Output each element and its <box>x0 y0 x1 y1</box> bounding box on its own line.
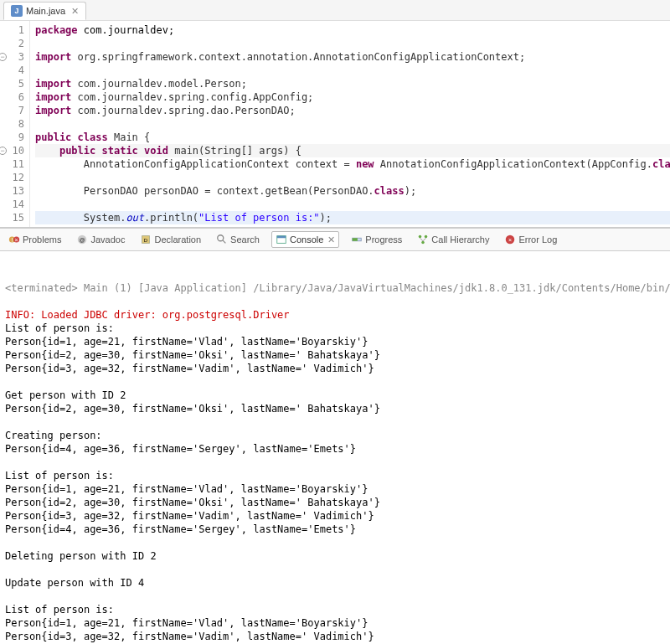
search-icon <box>216 234 228 245</box>
views-tab-bar: !×Problems@JavadocDDeclarationSearchCons… <box>0 228 670 251</box>
view-tab-label: Javadoc <box>90 234 125 245</box>
svg-text:!: ! <box>11 237 13 243</box>
declaration-icon: D <box>140 234 152 245</box>
console-line: Person{id=1, age=21, firstName='Vlad', l… <box>5 482 665 496</box>
view-tab-label: Declaration <box>154 234 201 245</box>
code-line[interactable]: package com.journaldev; <box>35 23 670 37</box>
code-line[interactable] <box>35 198 670 211</box>
code-line[interactable]: PersonDAO personDAO = context.getBean(Pe… <box>35 184 670 198</box>
code-line[interactable]: import org.springframework.context.annot… <box>35 50 670 64</box>
problems-icon: !× <box>8 234 20 245</box>
java-file-icon: J <box>11 5 23 17</box>
gutter-line: 12 <box>0 171 24 184</box>
code-line[interactable]: AnnotationConfigApplicationContext conte… <box>35 157 670 171</box>
view-tab-label: Call Hierarchy <box>431 234 489 245</box>
console-line: INFO: Loaded JDBC driver: org.postgresql… <box>5 308 665 322</box>
console-line: Person{id=2, age=30, firstName='Oksi', l… <box>5 496 665 509</box>
view-tab-callhier[interactable]: Call Hierarchy <box>414 232 492 247</box>
fold-marker-icon[interactable]: – <box>0 53 7 61</box>
console-line <box>5 563 665 576</box>
svg-text:×: × <box>15 237 18 243</box>
console-line: List of person is: <box>5 603 665 616</box>
code-line[interactable] <box>35 117 670 131</box>
console-line: Person{id=3, age=32, firstName='Vadim', … <box>5 362 665 375</box>
console-line: Person{id=2, age=30, firstName='Oksi', l… <box>5 348 665 362</box>
svg-point-14 <box>419 235 422 239</box>
console-terminated-line: <terminated> Main (1) [Java Application]… <box>5 281 665 295</box>
console-line: Person{id=3, age=32, firstName='Vadim', … <box>5 509 665 523</box>
svg-line-9 <box>223 240 226 244</box>
console-line: Person{id=2, age=30, firstName='Oksi', l… <box>5 402 665 415</box>
gutter-line: 4 <box>0 64 24 77</box>
editor-tab-label: Main.java <box>26 6 65 16</box>
console-line: Person{id=4, age=36, firstName='Sergey',… <box>5 523 665 536</box>
code-line[interactable]: import com.journaldev.spring.config.AppC… <box>35 90 670 104</box>
code-line[interactable] <box>35 37 670 50</box>
error-log-icon: × <box>504 234 516 245</box>
editor-tab-bar: J Main.java ✕ <box>0 0 670 21</box>
gutter-line: 7 <box>0 104 24 117</box>
gutter-line: 11 <box>0 157 24 171</box>
gutter-line: 8 <box>0 117 24 131</box>
view-tab-errorlog[interactable]: ×Error Log <box>501 232 560 247</box>
code-line[interactable]: public class Main { <box>35 131 670 144</box>
code-editor[interactable]: 123–45678910–1112131415 package com.jour… <box>0 21 670 227</box>
gutter-line: 1 <box>0 23 24 37</box>
code-line[interactable] <box>35 64 670 77</box>
gutter-line: 3– <box>0 50 24 64</box>
view-tab-search[interactable]: Search <box>213 232 263 247</box>
view-tab-label: Problems <box>23 234 61 245</box>
gutter-line: 6 <box>0 90 24 104</box>
code-line[interactable]: import com.journaldev.model.Person; <box>35 77 670 90</box>
svg-point-16 <box>422 241 425 245</box>
code-line[interactable] <box>35 171 670 184</box>
gutter-line: 14 <box>0 198 24 211</box>
console-line <box>5 590 665 603</box>
code-line[interactable]: public static void main(String[] args) { <box>35 144 670 157</box>
close-icon[interactable]: ✕ <box>327 234 335 245</box>
console-line: Person{id=1, age=21, firstName='Vlad', l… <box>5 335 665 348</box>
line-gutter: 123–45678910–1112131415 <box>0 21 30 227</box>
gutter-line: 5 <box>0 77 24 90</box>
view-tab-declaration[interactable]: DDeclaration <box>137 232 204 247</box>
console-icon <box>276 234 287 245</box>
console-line: Creating person: <box>5 429 665 442</box>
gutter-line: 2 <box>0 37 24 50</box>
gutter-line: 10– <box>0 144 24 157</box>
console-line <box>5 456 665 469</box>
svg-rect-13 <box>353 238 358 241</box>
code-line[interactable]: import com.journaldev.spring.dao.PersonD… <box>35 104 670 117</box>
console-line: List of person is: <box>5 322 665 335</box>
console-output[interactable]: <terminated> Main (1) [Java Application]… <box>0 251 670 644</box>
progress-icon <box>351 234 363 245</box>
svg-text:D: D <box>144 237 148 243</box>
console-line: Deleting person with ID 2 <box>5 549 665 563</box>
editor-panel: J Main.java ✕ 123–45678910–1112131415 pa… <box>0 0 670 228</box>
console-line: List of person is: <box>5 469 665 482</box>
editor-tab-main-java[interactable]: J Main.java ✕ <box>3 2 86 20</box>
code-line[interactable]: System.out.println("List of person is:")… <box>35 211 670 224</box>
view-tab-javadoc[interactable]: @Javadoc <box>73 232 128 247</box>
console-line: Update person with ID 4 <box>5 576 665 590</box>
view-tab-label: Error Log <box>518 234 557 245</box>
gutter-line: 15 <box>0 211 24 224</box>
view-tab-console[interactable]: Console✕ <box>271 231 339 248</box>
console-line: Person{id=3, age=32, firstName='Vadim', … <box>5 630 665 643</box>
console-line: Person{id=1, age=21, firstName='Vlad', l… <box>5 616 665 630</box>
console-line: Person{id=4, age=36, firstName='Sergey',… <box>5 442 665 456</box>
close-icon[interactable]: ✕ <box>71 6 79 17</box>
javadoc-icon: @ <box>76 234 88 245</box>
view-tab-progress[interactable]: Progress <box>348 232 405 247</box>
svg-text:@: @ <box>80 237 85 243</box>
fold-marker-icon[interactable]: – <box>0 147 7 155</box>
call-hierarchy-icon <box>417 234 429 245</box>
view-tab-problems[interactable]: !×Problems <box>5 232 64 247</box>
view-tab-label: Search <box>230 234 260 245</box>
code-content[interactable]: package com.journaldev;import org.spring… <box>30 21 670 227</box>
view-tab-label: Progress <box>365 234 402 245</box>
console-line <box>5 536 665 549</box>
console-line <box>5 415 665 429</box>
gutter-line: 9 <box>0 131 24 144</box>
gutter-line: 13 <box>0 184 24 198</box>
svg-rect-11 <box>277 236 286 239</box>
